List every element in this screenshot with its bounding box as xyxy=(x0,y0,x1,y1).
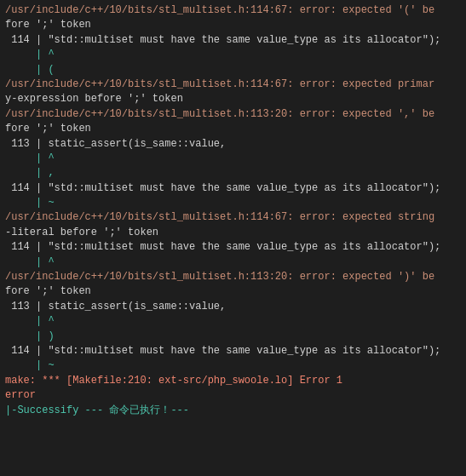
terminal-line: /usr/include/c++/10/bits/stl_multiset.h:… xyxy=(5,107,461,122)
terminal-line: 113 | static_assert(is_same::value, xyxy=(5,300,461,314)
terminal-line: fore ';' token xyxy=(5,18,461,32)
terminal-line: error xyxy=(5,388,461,403)
terminal-line: 114 | "std::multiset must have the same … xyxy=(5,344,461,358)
terminal-line: -literal before ';' token xyxy=(5,226,461,240)
terminal-line: | ~ xyxy=(5,358,461,373)
terminal-line: /usr/include/c++/10/bits/stl_multiset.h:… xyxy=(5,77,461,92)
terminal-line: |-Successify --- 命令已执行！--- xyxy=(5,404,461,418)
terminal-line: | ^ xyxy=(5,255,461,270)
terminal-line: 114 | "std::multiset must have the same … xyxy=(5,181,461,196)
terminal-line: 114 | "std::multiset must have the same … xyxy=(5,33,461,48)
terminal-line: 114 | "std::multiset must have the same … xyxy=(5,240,461,255)
terminal-line: | ) xyxy=(5,330,461,344)
terminal-line: /usr/include/c++/10/bits/stl_multiset.h:… xyxy=(5,270,461,284)
terminal-line: make: *** [Makefile:210: ext-src/php_swo… xyxy=(5,374,461,388)
terminal-line: /usr/include/c++/10/bits/stl_multiset.h:… xyxy=(5,3,461,18)
terminal-line: | , xyxy=(5,166,461,181)
terminal-line: y-expression before ';' token xyxy=(5,92,461,106)
terminal-line: fore ';' token xyxy=(5,284,461,299)
terminal-line: | ^ xyxy=(5,48,461,62)
terminal-line: | ^ xyxy=(5,152,461,166)
terminal-line: fore ';' token xyxy=(5,122,461,136)
terminal-line: | ^ xyxy=(5,314,461,329)
terminal-line: /usr/include/c++/10/bits/stl_multiset.h:… xyxy=(5,210,461,225)
terminal-line: | ~ xyxy=(5,196,461,210)
terminal-line: 113 | static_assert(is_same::value, xyxy=(5,137,461,152)
terminal-window: /usr/include/c++/10/bits/stl_multiset.h:… xyxy=(0,0,466,476)
terminal-line: | ( xyxy=(5,63,461,77)
